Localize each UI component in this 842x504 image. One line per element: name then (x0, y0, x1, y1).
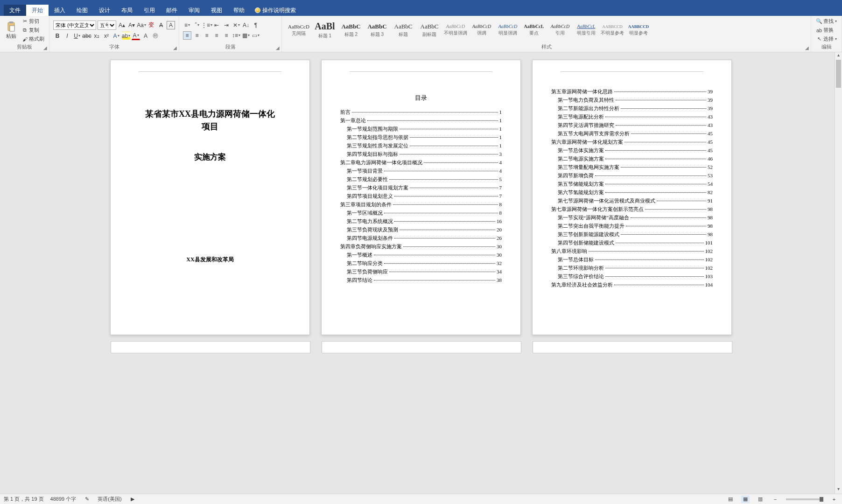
styles-label: 样式 (286, 43, 807, 52)
bold-button[interactable]: B (53, 32, 62, 40)
select-button[interactable]: ↖选择▾ (815, 35, 838, 43)
font-label: 字体 (53, 43, 175, 52)
tell-me[interactable]: 操作说明搜索 (250, 7, 301, 14)
strikethrough-button[interactable]: abc (83, 32, 91, 40)
editing-label: 编辑 (815, 43, 838, 52)
char-border-button[interactable]: A (167, 21, 175, 29)
line-spacing-button[interactable]: ↕≡▾ (232, 31, 240, 40)
style-副标题[interactable]: AaBbC副标题 (416, 19, 442, 42)
tab-references[interactable]: 引用 (138, 5, 161, 16)
shrink-font-button[interactable]: A▾ (127, 21, 136, 29)
multilevel-button[interactable]: ⋮≡▾ (203, 21, 211, 29)
search-icon: 🔍 (816, 18, 822, 25)
font-color-button[interactable]: A▾ (132, 32, 140, 40)
style-强调[interactable]: AaBbCcD强调 (469, 19, 495, 42)
justify-button[interactable]: ≡ (212, 31, 221, 40)
text-effects-button[interactable]: A▾ (112, 32, 120, 40)
tab-insert[interactable]: 插入 (49, 5, 71, 16)
paste-button[interactable]: 粘贴 (4, 21, 19, 40)
copy-label: 复制 (29, 27, 39, 34)
sort-button[interactable]: A↓ (242, 21, 250, 29)
align-center-button[interactable]: ≡ (193, 31, 201, 40)
phonetic-guide-button[interactable]: 变 (147, 21, 155, 29)
highlight-button[interactable]: ab▾ (122, 32, 130, 40)
borders-button[interactable]: ▭▾ (252, 31, 260, 40)
group-clipboard: 粘贴 ✂剪切 ⧉复制 🖌格式刷 剪贴板 ◢ (0, 16, 49, 52)
tab-home[interactable]: 开始 (26, 5, 49, 16)
increase-indent-button[interactable]: ⇥ (222, 21, 231, 29)
style-要点[interactable]: AaBbCcL要点 (521, 19, 547, 42)
svg-rect-2 (10, 26, 14, 31)
align-right-button[interactable]: ≡ (203, 31, 211, 40)
font-family-combo[interactable]: 宋体 (中文正文) (53, 21, 96, 30)
style-不明显参考[interactable]: AABBCCD不明显参考 (599, 19, 625, 42)
replace-button[interactable]: ab替换 (815, 26, 838, 34)
enclose-char-button[interactable]: ㊕ (151, 32, 160, 40)
copy-button[interactable]: ⧉复制 (21, 26, 45, 34)
align-left-button[interactable]: ≡ (183, 31, 191, 40)
tab-file[interactable]: 文件 (4, 5, 26, 16)
tab-review[interactable]: 审阅 (183, 5, 205, 16)
group-paragraph: ≡▾ ΅▾ ⋮≡▾ ⇤ ⇥ ✕▾ A↓ ¶ ≡ ≡ ≡ ≡ ≡ ↕≡▾ ▦▾ (179, 16, 282, 52)
italic-button[interactable]: I (63, 32, 71, 40)
shading-button[interactable]: ▦▾ (242, 31, 250, 40)
style-标题 2[interactable]: AaBbC标题 2 (338, 19, 364, 42)
superscript-button[interactable]: x² (102, 32, 111, 40)
tab-design[interactable]: 设计 (93, 5, 116, 16)
grow-font-button[interactable]: A▴ (118, 21, 126, 29)
bullets-button[interactable]: ≡▾ (183, 21, 191, 29)
scissors-icon: ✂ (21, 18, 28, 25)
styles-launcher[interactable]: ◢ (804, 45, 810, 51)
clipboard-launcher[interactable]: ◢ (42, 45, 48, 51)
tab-view[interactable]: 视图 (205, 5, 228, 16)
change-case-button[interactable]: Aa▾ (137, 21, 146, 29)
paste-icon (6, 21, 17, 32)
tab-mailings[interactable]: 邮件 (161, 5, 183, 16)
style-引用[interactable]: AaBbCcD引用 (547, 19, 573, 42)
clear-format-button[interactable]: A̶ (157, 21, 165, 29)
group-editing: 🔍查找▾ ab替换 ↖选择▾ 编辑 (811, 16, 842, 52)
show-marks-button[interactable]: ¶ (252, 21, 260, 29)
titlebar (0, 0, 842, 5)
cut-label: 剪切 (29, 18, 39, 25)
tab-help[interactable]: 帮助 (228, 5, 250, 16)
bulb-icon (255, 7, 260, 13)
select-label: 选择 (823, 35, 834, 42)
copy-icon: ⧉ (21, 27, 28, 34)
ribbon-tabs: 文件 开始 插入 绘图 设计 布局 引用 邮件 审阅 视图 帮助 操作说明搜索 (0, 5, 842, 16)
clipboard-label: 剪贴板 (4, 43, 45, 52)
paragraph-launcher[interactable]: ◢ (275, 45, 281, 51)
brush-icon: 🖌 (21, 36, 28, 42)
char-shading-button[interactable]: A (141, 32, 150, 40)
paragraph-label: 段落 (183, 43, 278, 52)
cut-button[interactable]: ✂剪切 (21, 17, 45, 25)
tab-layout[interactable]: 布局 (116, 5, 138, 16)
find-button[interactable]: 🔍查找▾ (815, 17, 838, 25)
numbering-button[interactable]: ΅▾ (193, 21, 201, 29)
style-无间隔[interactable]: AaBbCcD无间隔 (286, 19, 312, 42)
find-label: 查找 (823, 18, 834, 25)
font-size-combo[interactable]: 五号 (98, 21, 116, 30)
style-明显引用[interactable]: AaBbCcL明显引用 (573, 19, 599, 42)
svg-rect-1 (9, 21, 13, 23)
style-不明显强调[interactable]: AaBbCcD不明显强调 (442, 19, 469, 42)
decrease-indent-button[interactable]: ⇤ (212, 21, 221, 29)
font-launcher[interactable]: ◢ (172, 45, 178, 51)
subscript-button[interactable]: x₂ (92, 32, 101, 40)
tell-me-label: 操作说明搜索 (262, 7, 296, 14)
style-标题 1[interactable]: AaBl标题 1 (312, 19, 338, 42)
styles-gallery[interactable]: AaBbCcD无间隔AaBl标题 1AaBbC标题 2AaBbC标题 3AaBb… (286, 19, 652, 42)
style-标题[interactable]: AaBbC标题 (390, 19, 416, 42)
replace-icon: ab (816, 27, 822, 34)
distribute-button[interactable]: ≡ (222, 31, 231, 40)
style-明显参考[interactable]: AABBCCD明显参考 (625, 19, 652, 42)
asian-layout-button[interactable]: ✕▾ (232, 21, 240, 29)
style-标题 3[interactable]: AaBbC标题 3 (364, 19, 390, 42)
style-明显强调[interactable]: AaBbCcD明显强调 (495, 19, 521, 42)
cursor-icon: ↖ (816, 36, 822, 42)
underline-button[interactable]: U▾ (73, 32, 81, 40)
format-painter-button[interactable]: 🖌格式刷 (21, 35, 45, 43)
group-styles: AaBbCcD无间隔AaBl标题 1AaBbC标题 2AaBbC标题 3AaBb… (282, 16, 811, 52)
tab-draw[interactable]: 绘图 (71, 5, 93, 16)
group-font: 宋体 (中文正文) 五号 A▴ A▾ Aa▾ 变 A̶ A B I U▾ abc… (49, 16, 179, 52)
